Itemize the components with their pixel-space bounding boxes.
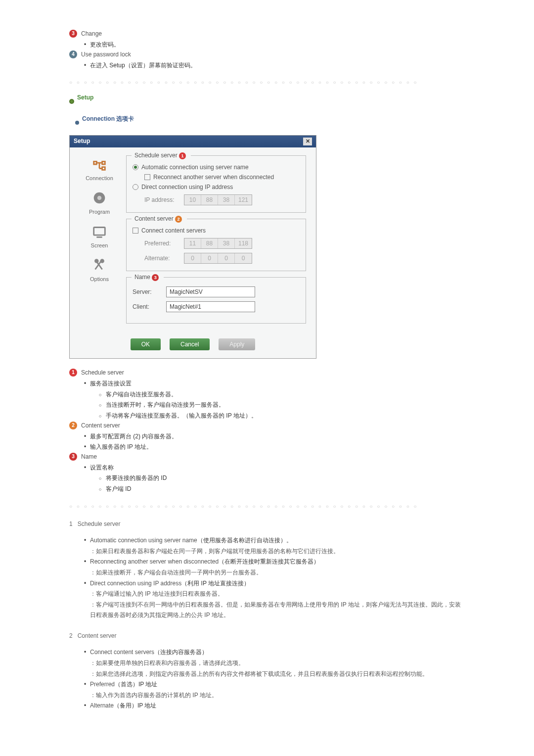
ip-address-field[interactable]: 10 88 38 121 (184, 194, 252, 205)
client-name-input[interactable]: MagicNet#1 (166, 301, 255, 312)
close-icon[interactable]: ✕ (303, 138, 312, 145)
fieldset-content: Content server 2 Connect content servers… (126, 219, 306, 271)
sec1-num: 1 (69, 520, 73, 527)
sec2-i3a: Alternate (90, 702, 114, 709)
client-name-label: Client: (133, 303, 160, 310)
tab-options[interactable]: Options (80, 256, 119, 282)
note-schedule-s1: 客户端自动连接至服务器。 (99, 389, 465, 400)
cancel-button[interactable]: Cancel (170, 338, 210, 350)
options-icon (90, 256, 108, 274)
program-icon (90, 189, 108, 207)
apply-button[interactable]: Apply (219, 338, 255, 350)
connect-content-label: Connect content servers (141, 227, 206, 234)
note-name-title: Name (81, 453, 97, 460)
note-marker-3: 3 (69, 453, 77, 461)
tab-connection[interactable]: Connection (80, 155, 119, 181)
preferred-label: Preferred: (144, 240, 180, 247)
ok-button[interactable]: OK (131, 338, 161, 350)
svg-point-1 (97, 196, 102, 200)
divider-2: ○ ○ ○ ○ ○ ○ ○ ○ ○ ○ ○ ○ ○ ○ ○ ○ ○ ○ ○ ○ … (69, 504, 465, 509)
note-name-b1: 设置名称 (84, 463, 465, 473)
connection-tab-heading: Connection 选项卡 (82, 115, 134, 123)
note-schedule-s2: 当连接断开时，客户端自动连接另一服务器。 (99, 400, 465, 411)
server-name-input[interactable]: MagicNetSV (166, 286, 255, 297)
note-marker-1: 1 (69, 369, 77, 377)
setup-dialog: Setup ✕ Connection Program Screen Option… (69, 135, 316, 359)
content-legend: Content server (134, 215, 174, 222)
sec2-title: Content server (78, 632, 117, 639)
change-desc: 更改密码。 (84, 40, 465, 50)
sec2-i1d: ：如果您选择此选项，则指定内容服务器上的所有内容文件都将被下载或流化，并且日程表… (90, 669, 465, 680)
note-name-s2: 客户端 ID (99, 484, 465, 495)
alternate-ip-field[interactable]: 0 0 0 0 (184, 253, 252, 264)
sec2-i3b: （备用）IP 地址 (114, 702, 156, 709)
sec1-i2a: Reconnecting another server when disconn… (90, 558, 219, 565)
schedule-legend: Schedule server (134, 152, 178, 159)
check-reconnect[interactable] (144, 174, 150, 180)
radio-direct[interactable] (133, 184, 138, 190)
sec2-i1b: （连接内容服务器） (154, 649, 208, 656)
alternate-label: Alternate: (144, 255, 180, 262)
sec1-i3b: （利用 IP 地址直接连接） (181, 580, 250, 587)
marker-3: 3 (69, 30, 77, 38)
sec2-i2b: （首选）IP 地址 (115, 681, 157, 688)
sec2-i2c: ：输入作为首选内容服务器的计算机的 IP 地址。 (90, 690, 465, 701)
server-name-label: Server: (133, 288, 160, 295)
sec2-num: 2 (69, 632, 73, 639)
sec1-i1b: （使用服务器名称进行自动连接）。 (197, 537, 292, 544)
preferred-ip-field[interactable]: 11 88 38 118 (184, 238, 252, 249)
tab-program-label: Program (89, 209, 110, 215)
sec1-i3a: Direct connection using IP address (90, 580, 181, 587)
marker-4: 4 (69, 50, 77, 58)
sec2-i1c: ：如果要使用单独的日程表和内容服务器，请选择此选项。 (90, 658, 465, 669)
auto-label: Automatic connection using server name (141, 164, 249, 171)
radio-auto[interactable] (133, 164, 138, 170)
connection-icon (90, 155, 108, 173)
tab-options-label: Options (90, 276, 109, 282)
tab-screen[interactable]: Screen (80, 223, 119, 248)
marker-1: 1 (179, 152, 186, 159)
note-marker-2: 2 (69, 422, 77, 429)
sec1-i2c: ：如果连接断开，客户端会自动连接同一子网中的另一台服务器。 (90, 567, 465, 578)
sec1-i3d: ：客户端可连接到不在同一网络中的日程表服务器。但是，如果服务器在专用网络上使用专… (90, 600, 465, 621)
fieldset-schedule: Schedule server 1 Automatic connection u… (126, 155, 306, 213)
lock-desc: 在进入 Setup（设置）屏幕前验证密码。 (84, 60, 465, 71)
name-legend: Name (134, 274, 150, 281)
tab-screen-label: Screen (91, 242, 108, 248)
sec2-i2a: Preferred (90, 681, 115, 688)
dialog-title-text: Setup (74, 138, 90, 145)
note-content-title: Content server (81, 422, 120, 429)
lock-label: Use password lock (81, 51, 131, 58)
note-schedule-b1: 服务器连接设置 (84, 378, 465, 389)
divider: ○ ○ ○ ○ ○ ○ ○ ○ ○ ○ ○ ○ ○ ○ ○ ○ ○ ○ ○ ○ … (69, 80, 465, 85)
tab-connection-label: Connection (86, 175, 113, 181)
reconnect-label: Reconnect another server when disconnect… (153, 174, 274, 181)
note-name-s1: 将要连接的服务器的 ID (99, 473, 465, 484)
svg-point-3 (95, 260, 98, 263)
sec1-title: Schedule server (78, 520, 121, 527)
sec1-i1c: ：如果日程表服务器和客户端处在同一子网，则客户端就可使用服务器的名称与它们进行连… (90, 546, 465, 557)
ip-address-label: IP address: (144, 196, 180, 203)
note-content-b1: 最多可配置两台 (2) 内容服务器。 (84, 431, 465, 442)
sec1-i1a: Automatic connection using server name (90, 537, 197, 544)
setup-heading: Setup (77, 94, 93, 101)
note-content-b2: 输入服务器的 IP 地址。 (84, 442, 465, 453)
screen-icon (90, 223, 108, 240)
check-connect-content[interactable] (133, 228, 138, 234)
fieldset-name: Name 3 Server: MagicNetSV Client: MagicN… (126, 277, 306, 324)
sec1-i2b: （在断开连接时重新连接其它服务器） (219, 558, 319, 565)
sec2-i1a: Connect content servers (90, 649, 154, 656)
sec1-i3c: ：客户端通过输入的 IP 地址连接到日程表服务器。 (90, 589, 465, 600)
blue-bullet-icon (75, 121, 79, 125)
change-label: Change (81, 30, 102, 37)
marker-3b: 3 (152, 274, 159, 281)
side-tabs: Connection Program Screen Options (80, 155, 119, 330)
svg-point-4 (101, 260, 104, 263)
tab-program[interactable]: Program (80, 189, 119, 215)
dialog-titlebar: Setup ✕ (70, 136, 316, 147)
svg-rect-2 (94, 228, 105, 236)
note-schedule-title: Schedule server (81, 369, 124, 376)
note-schedule-s3: 手动将客户端连接至服务器。（输入服务器的 IP 地址）。 (99, 411, 465, 422)
green-bullet-icon (69, 99, 74, 104)
direct-label: Direct connection using IP address (141, 184, 233, 190)
